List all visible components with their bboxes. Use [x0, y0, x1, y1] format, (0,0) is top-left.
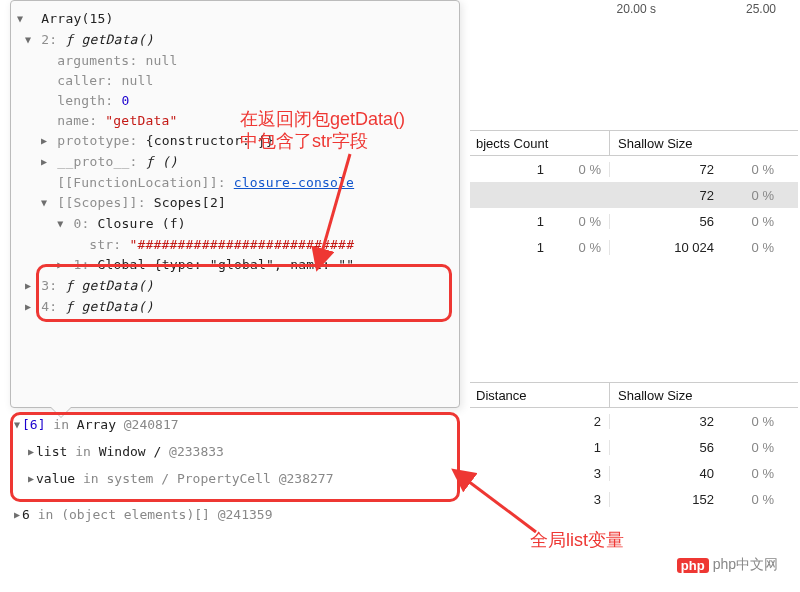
retainer-row[interactable]: value in system / PropertyCell @238277: [10, 466, 462, 493]
prop-function-location[interactable]: [[FunctionLocation]]: closure-console: [17, 173, 453, 193]
table-row[interactable]: 1560 %: [470, 434, 798, 460]
prop-proto[interactable]: __proto__: ƒ (): [17, 152, 453, 173]
retainer-row[interactable]: [6] in Array @240817: [10, 412, 462, 439]
prop-caller[interactable]: caller: null: [17, 71, 453, 91]
scope-0-closure[interactable]: 0: Closure (f): [17, 214, 453, 235]
array-item-3[interactable]: 3: ƒ getData(): [17, 276, 453, 297]
table-row[interactable]: 31520 %: [470, 486, 798, 512]
table-header: Distance Shallow Size: [470, 382, 798, 408]
col-objects-count[interactable]: bjects Count: [470, 131, 610, 155]
objects-table: bjects Count Shallow Size 10 %720 %720 %…: [470, 130, 798, 260]
retainer-row[interactable]: list in Window / @233833: [10, 439, 462, 466]
timeline-tick: 20.00 s: [617, 2, 656, 16]
logo-icon: php: [677, 558, 709, 573]
table-row[interactable]: 2320 %: [470, 408, 798, 434]
timeline-tick: 25.00: [746, 2, 776, 16]
array-header[interactable]: Array(15): [17, 9, 453, 30]
table-row[interactable]: 720 %: [470, 182, 798, 208]
col-shallow-size[interactable]: Shallow Size: [610, 388, 798, 403]
array-item-4[interactable]: 4: ƒ getData(): [17, 297, 453, 318]
array-item-2[interactable]: 2: ƒ getData(): [17, 30, 453, 51]
watermark: php php中文网: [673, 554, 786, 576]
table-row[interactable]: 10 %10 0240 %: [470, 234, 798, 260]
table-row[interactable]: 3400 %: [470, 460, 798, 486]
prop-prototype[interactable]: prototype: {constructor: ƒ}: [17, 131, 453, 152]
prop-name[interactable]: name: "getData": [17, 111, 453, 131]
retainer-row-outside[interactable]: 6 in (object elements)[] @241359: [10, 502, 273, 529]
retainers-section: [6] in Array @240817 list in Window / @2…: [10, 412, 462, 493]
retainers-table: Distance Shallow Size 2320 %1560 %3400 %…: [470, 382, 798, 512]
table-row[interactable]: 10 %720 %: [470, 156, 798, 182]
col-distance[interactable]: Distance: [470, 383, 610, 407]
timeline-labels: 20.00 s 25.00: [460, 2, 800, 16]
col-shallow-size[interactable]: Shallow Size: [610, 136, 798, 151]
prop-length[interactable]: length: 0: [17, 91, 453, 111]
prop-scopes[interactable]: [[Scopes]]: Scopes[2]: [17, 193, 453, 214]
scope-0-str[interactable]: str: "###########################: [17, 235, 453, 255]
scope-1-global[interactable]: 1: Global {type: "global", name: "": [17, 255, 453, 276]
table-header: bjects Count Shallow Size: [470, 130, 798, 156]
prop-arguments[interactable]: arguments: null: [17, 51, 453, 71]
table-row[interactable]: 10 %560 %: [470, 208, 798, 234]
object-inspector-tooltip[interactable]: Array(15) 2: ƒ getData() arguments: null…: [10, 0, 460, 408]
